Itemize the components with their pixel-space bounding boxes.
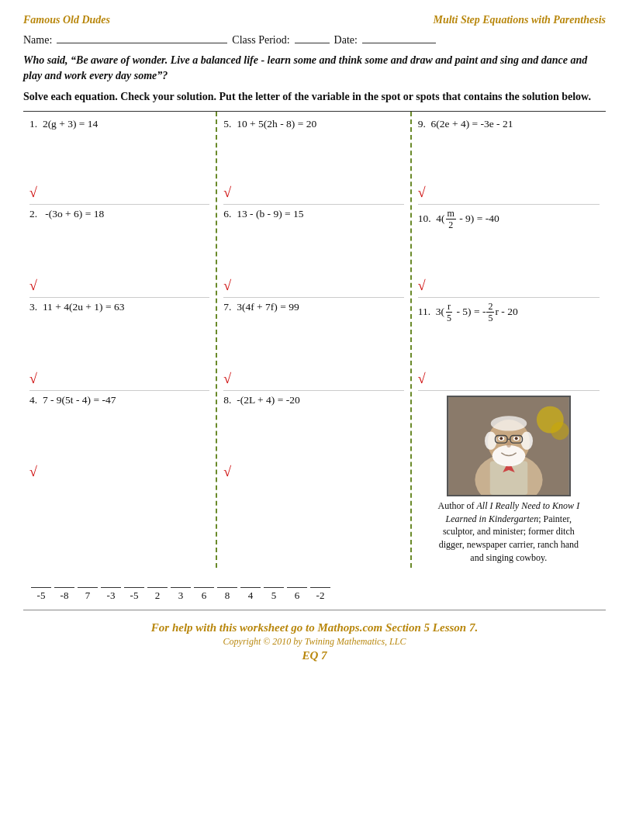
blank-5: -5 (123, 577, 146, 602)
header-title-left: Famous Old Dudes (23, 14, 110, 26)
problems-grid: 1. 2(g + 3) = 14 √ 2. -(3o + 6) = 18 √ 3… (23, 111, 606, 568)
checkmark-11: √ (418, 371, 600, 387)
blank-6: 2 (146, 577, 169, 602)
photo-caption: Author of All I Really Need to Know I Le… (435, 500, 582, 565)
name-label: Name: (23, 34, 52, 47)
fraction-r5: r5 (445, 301, 453, 324)
blank-13: -2 (309, 577, 332, 602)
problem-2-eq: 2. -(3o + 6) = 18 (29, 208, 209, 220)
problem-4-eq: 4. 7 - 9(5t - 4) = -47 (29, 394, 209, 406)
problem-8: 8. -(2L + 4) = -20 √ (223, 390, 403, 483)
name-field[interactable] (57, 43, 227, 43)
problem-6-eq: 6. 13 - (b - 9) = 15 (223, 208, 403, 220)
checkmark-3: √ (29, 371, 209, 387)
blank-4: -3 (99, 577, 123, 602)
checkmark-10: √ (418, 278, 600, 294)
problem-11-eq: 11. 3(r5 - 5) = -25r - 20 (418, 301, 600, 324)
problem-6: 6. 13 - (b - 9) = 15 √ (223, 204, 403, 297)
date-field[interactable] (362, 43, 436, 43)
problem-5: 5. 10 + 5(2h - 8) = 20 √ (223, 115, 403, 204)
problem-3-eq: 3. 11 + 4(2u + 1) = 63 (29, 301, 209, 313)
answer-blanks-row: -5 -8 7 -3 -5 2 3 6 8 4 5 6 -2 (29, 577, 600, 602)
problem-10-eq: 10. 4(m2 - 9) = -40 (418, 208, 600, 231)
footer-copyright: Copyright © 2010 by Twining Mathematics,… (23, 636, 606, 648)
blank-1: -5 (29, 577, 53, 602)
problem-1-eq: 1. 2(g + 3) = 14 (29, 118, 209, 130)
checkmark-1: √ (29, 185, 209, 201)
date-label: Date: (334, 34, 358, 47)
problem-11: 11. 3(r5 - 5) = -25r - 20 √ (418, 297, 600, 390)
checkmark-6: √ (223, 278, 403, 294)
svg-point-17 (491, 416, 527, 430)
answer-section: -5 -8 7 -3 -5 2 3 6 8 4 5 6 -2 (23, 577, 606, 602)
problem-4: 4. 7 - 9(5t - 4) = -47 √ (29, 390, 209, 483)
checkmark-2: √ (29, 278, 209, 294)
fraction-25: 25 (486, 301, 494, 324)
checkmark-5: √ (223, 185, 403, 201)
col2: 5. 10 + 5(2h - 8) = 20 √ 6. 13 - (b - 9)… (217, 112, 411, 568)
problem-7-eq: 7. 3(4f + 7f) = 99 (223, 301, 403, 313)
blank-12: 6 (285, 577, 309, 602)
problem-1: 1. 2(g + 3) = 14 √ (29, 115, 209, 204)
footer-help: For help with this worksheet go to Matho… (23, 621, 606, 634)
class-label: Class Period: (232, 34, 289, 47)
blank-3: 7 (76, 577, 99, 602)
quote-text: Who said, “Be aware of wonder. Live a ba… (23, 53, 606, 83)
caption-italic: All I Really Need to Know I Learned in K… (446, 500, 580, 524)
name-row: Name: Class Period: Date: (23, 34, 606, 47)
checkmark-9: √ (418, 185, 600, 201)
photo-area: Author of All I Really Need to Know I Le… (418, 390, 600, 565)
checkmark-7: √ (223, 371, 403, 387)
blank-9: 8 (216, 577, 239, 602)
problem-10: 10. 4(m2 - 9) = -40 √ (418, 204, 600, 297)
problem-7: 7. 3(4f + 7f) = 99 √ (223, 297, 403, 390)
class-period-field[interactable] (295, 43, 330, 43)
svg-point-16 (506, 441, 511, 448)
problem-5-eq: 5. 10 + 5(2h - 8) = 20 (223, 118, 403, 130)
problem-2: 2. -(3o + 6) = 18 √ (29, 204, 209, 297)
blank-2: -8 (53, 577, 76, 602)
footer: For help with this worksheet go to Matho… (23, 610, 606, 662)
header: Famous Old Dudes Multi Step Equations wi… (23, 14, 606, 26)
problem-9-eq: 9. 6(2e + 4) = -3e - 21 (418, 118, 600, 130)
header-title-right: Multi Step Equations with Parenthesis (433, 14, 606, 26)
blank-10: 4 (239, 577, 262, 602)
blank-7: 3 (169, 577, 192, 602)
checkmark-8: √ (223, 464, 403, 480)
svg-point-19 (551, 422, 569, 440)
checkmark-4: √ (29, 464, 209, 480)
fraction-m2: m2 (446, 208, 456, 231)
person-photo (447, 396, 571, 496)
blank-8: 6 (192, 577, 216, 602)
svg-point-11 (499, 437, 503, 440)
col1: 1. 2(g + 3) = 14 √ 2. -(3o + 6) = 18 √ 3… (23, 112, 217, 568)
svg-point-12 (515, 437, 518, 440)
blank-11: 5 (262, 577, 285, 602)
problem-8-eq: 8. -(2L + 4) = -20 (223, 394, 403, 406)
problem-3: 3. 11 + 4(2u + 1) = 63 √ (29, 297, 209, 390)
col3: 9. 6(2e + 4) = -3e - 21 √ 10. 4(m2 - 9) … (412, 112, 606, 568)
problem-9: 9. 6(2e + 4) = -3e - 21 √ (418, 115, 600, 204)
instructions-text: Solve each equation. Check your solution… (23, 89, 606, 105)
footer-eq: EQ 7 (23, 649, 606, 662)
